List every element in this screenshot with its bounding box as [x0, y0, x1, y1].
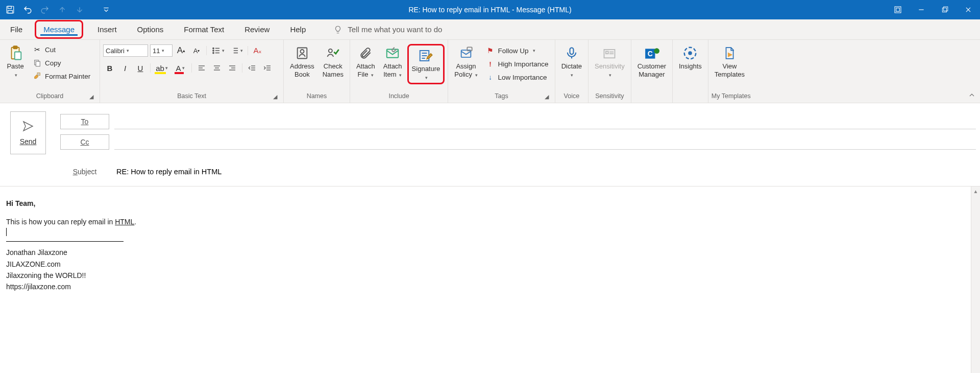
clear-formatting-button[interactable]: Aₓ — [251, 44, 264, 57]
maximize-button[interactable] — [933, 0, 957, 19]
cut-button[interactable]: ✂ Cut — [30, 44, 93, 55]
tell-me-box[interactable]: Tell me what you want to do — [328, 19, 442, 39]
tab-options[interactable]: Options — [130, 19, 171, 39]
qat-customize-icon[interactable] — [101, 5, 111, 15]
group-clipboard-label: Clipboard — [36, 92, 64, 100]
svg-rect-1 — [8, 6, 12, 9]
send-icon — [20, 120, 36, 132]
tab-insert[interactable]: Insert — [90, 19, 124, 39]
copy-button[interactable]: Copy — [30, 57, 93, 68]
microphone-icon — [564, 45, 580, 61]
message-body[interactable]: Hi Team, This is how you can reply email… — [0, 186, 971, 373]
save-icon[interactable] — [5, 5, 15, 15]
group-tags: AssignPolicy ▾ ⚑ Follow Up ▾ ! High Impo… — [448, 40, 555, 103]
group-basictext-label: Basic Text — [177, 92, 206, 100]
sensitivity-icon — [601, 45, 618, 61]
send-button[interactable]: Send — [10, 111, 46, 154]
svg-rect-7 — [942, 8, 946, 12]
cc-button[interactable]: Cc — [60, 134, 109, 150]
group-tags-label: Tags — [495, 92, 508, 100]
font-color-button[interactable]: A▾ — [172, 61, 188, 75]
group-insights: Insights — [673, 40, 708, 103]
subject-field[interactable] — [114, 164, 976, 179]
svg-point-19 — [212, 50, 213, 51]
font-combo[interactable]: Calibri▾ — [103, 44, 148, 57]
cc-field[interactable] — [114, 134, 976, 150]
vertical-scrollbar[interactable]: ▲ — [971, 186, 980, 373]
minimize-ribbon-icon[interactable] — [886, 0, 910, 19]
signature-separator — [6, 241, 124, 242]
svg-rect-4 — [895, 7, 901, 13]
underline-button[interactable]: U — [134, 61, 147, 75]
align-left-button[interactable] — [195, 61, 208, 75]
svg-point-21 — [212, 52, 213, 53]
svg-rect-2 — [8, 11, 13, 13]
insights-button[interactable]: Insights — [676, 44, 705, 72]
body-greeting: Hi Team, — [6, 199, 35, 207]
attach-file-button[interactable]: AttachFile ▾ — [353, 44, 378, 79]
font-size-combo[interactable]: 11▾ — [150, 44, 173, 57]
group-names-label: Names — [307, 92, 327, 100]
svg-rect-12 — [13, 46, 17, 49]
collapse-ribbon-button[interactable] — [967, 90, 977, 101]
align-center-button[interactable] — [210, 61, 224, 75]
signature-button[interactable]: Signature▾ — [407, 44, 445, 84]
tags-launcher-icon[interactable]: ◢ — [543, 92, 551, 101]
group-voice: Dictate▾ Voice — [555, 40, 589, 103]
tab-review[interactable]: Review — [237, 19, 277, 39]
group-names: AddressBook CheckNames Names — [284, 40, 350, 103]
high-importance-button[interactable]: ! High Importance — [483, 58, 552, 69]
next-icon — [75, 5, 85, 15]
group-customer-manager: C CustomerManager — [631, 40, 673, 103]
low-importance-button[interactable]: ↓ Low Importance — [483, 72, 552, 83]
customer-manager-button[interactable]: C CustomerManager — [634, 44, 669, 79]
clipboard-launcher-icon[interactable]: ◢ — [87, 92, 95, 101]
dictate-button[interactable]: Dictate▾ — [558, 44, 585, 79]
shrink-font-button[interactable]: A▾ — [190, 44, 203, 57]
group-basic-text: Calibri▾ 11▾ A▴ A▾ ▾ ▾ Aₓ B I — [100, 40, 284, 103]
to-button[interactable]: To — [60, 114, 109, 129]
follow-up-button[interactable]: ⚑ Follow Up ▾ — [483, 45, 552, 56]
minimize-button[interactable] — [910, 0, 933, 19]
address-book-button[interactable]: AddressBook — [287, 44, 317, 79]
highlight-button[interactable]: ab▾ — [154, 61, 170, 75]
basictext-launcher-icon[interactable]: ◢ — [271, 92, 279, 101]
svg-point-57 — [689, 52, 692, 55]
tab-file[interactable]: File — [3, 19, 30, 39]
tab-format-text[interactable]: Format Text — [177, 19, 231, 39]
increase-indent-button[interactable] — [261, 61, 274, 75]
scroll-up-icon[interactable]: ▲ — [971, 186, 980, 196]
attach-item-button[interactable]: AttachItem ▾ — [380, 44, 405, 79]
sig-line-3: Jilaxzoning the WORLD!! — [6, 270, 965, 281]
check-names-button[interactable]: CheckNames — [320, 44, 347, 79]
assign-policy-button[interactable]: AssignPolicy ▾ — [451, 44, 480, 79]
svg-rect-13 — [15, 52, 21, 60]
svg-text:C: C — [648, 50, 653, 58]
decrease-indent-button[interactable] — [246, 61, 259, 75]
bold-button[interactable]: B — [103, 61, 116, 75]
paperclip-icon — [357, 45, 374, 61]
tab-help[interactable]: Help — [283, 19, 313, 39]
sig-line-4: https://jilaxzone.com — [6, 281, 965, 292]
paste-label: Paste — [7, 62, 23, 70]
close-button[interactable] — [957, 0, 980, 19]
tab-message[interactable]: Message — [35, 20, 83, 39]
view-templates-button[interactable]: ViewTemplates — [712, 44, 748, 79]
svg-marker-58 — [728, 53, 732, 57]
italic-button[interactable]: I — [118, 61, 132, 75]
send-label: Send — [20, 137, 37, 146]
undo-icon[interactable] — [22, 5, 33, 15]
ribbon-tabs: File Message Insert Options Format Text … — [0, 19, 980, 40]
paste-icon — [7, 45, 23, 61]
group-templates-label: My Templates — [712, 92, 751, 100]
templates-icon — [721, 45, 738, 61]
align-right-button[interactable] — [226, 61, 239, 75]
numbering-button[interactable]: ▾ — [228, 44, 244, 57]
paste-button[interactable]: Paste▾ — [3, 44, 28, 79]
lightbulb-icon — [333, 25, 342, 34]
grow-font-button[interactable]: A▴ — [175, 44, 188, 57]
group-voice-label: Voice — [564, 92, 580, 100]
format-painter-button[interactable]: Format Painter — [30, 71, 93, 82]
to-field[interactable] — [114, 114, 976, 129]
bullets-button[interactable]: ▾ — [210, 44, 226, 57]
